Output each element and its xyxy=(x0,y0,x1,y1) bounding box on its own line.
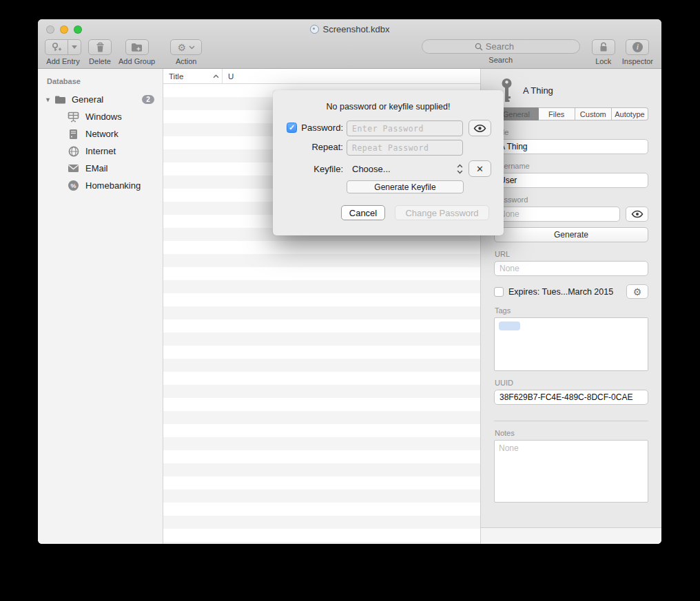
folder-icon xyxy=(54,94,66,105)
entry-header: A Thing xyxy=(500,76,648,105)
stepper-arrows-icon xyxy=(457,164,463,174)
tags-field[interactable] xyxy=(494,317,648,371)
inspector-label: Inspector xyxy=(622,57,653,65)
disclosure-triangle-icon[interactable]: ▼ xyxy=(45,96,54,103)
title-field[interactable] xyxy=(494,139,648,154)
cancel-button[interactable]: Cancel xyxy=(341,205,385,220)
traffic-lights xyxy=(46,25,82,34)
keyfile-selected-value: Choose... xyxy=(352,164,457,174)
add-group-button[interactable] xyxy=(125,39,149,55)
expires-label: Expires: Tues...March 2015 xyxy=(508,287,621,297)
notes-field[interactable] xyxy=(494,440,648,503)
info-icon: i xyxy=(632,42,643,52)
clear-keyfile-button[interactable]: ✕ xyxy=(469,160,491,177)
windows-icon xyxy=(68,111,79,123)
inspector-panel: A Thing General Files Custom Autotype Ti… xyxy=(480,69,661,544)
expires-settings-button[interactable]: ⚙ xyxy=(626,284,648,299)
toolbar-add-group: Add Group xyxy=(119,39,155,65)
close-icon: ✕ xyxy=(476,164,484,174)
gear-icon: ⚙ xyxy=(633,287,642,297)
count-badge: 2 xyxy=(142,95,154,104)
delete-label: Delete xyxy=(89,57,111,65)
zoom-button[interactable] xyxy=(74,25,82,34)
toolbar-search: Search xyxy=(421,39,581,64)
lock-label: Lock xyxy=(595,57,611,65)
dialog-password-label: Password: xyxy=(287,120,343,136)
toolbar-delete: Delete xyxy=(88,39,112,65)
tab-autotype[interactable]: Autotype xyxy=(612,107,648,120)
username-field[interactable] xyxy=(494,173,648,188)
inspector-tabs: General Files Custom Autotype xyxy=(494,107,648,120)
sidebar-item-email[interactable]: EMail xyxy=(38,160,163,177)
tab-custom[interactable]: Custom xyxy=(575,107,612,120)
expires-checkbox[interactable] xyxy=(494,287,504,297)
server-icon xyxy=(68,128,79,140)
expires-row: Expires: Tues...March 2015 ⚙ xyxy=(494,284,648,299)
entry-title: A Thing xyxy=(523,85,553,96)
toolbar-inspector: i Inspector xyxy=(622,39,653,65)
sidebar-item-windows[interactable]: Windows xyxy=(38,108,163,125)
url-field[interactable] xyxy=(494,261,648,276)
sidebar-item-network[interactable]: Network xyxy=(38,125,163,143)
sidebar-item-label: Internet xyxy=(85,146,116,156)
tags-label: Tags xyxy=(495,306,648,315)
generate-password-button[interactable]: Generate xyxy=(494,227,648,242)
section-divider xyxy=(494,421,648,421)
password-label: Password xyxy=(495,196,648,204)
action-button[interactable]: ⚙ xyxy=(170,39,202,55)
close-button[interactable] xyxy=(46,25,54,34)
sidebar-item-homebanking[interactable]: % Homebanking xyxy=(38,177,163,194)
app-window: Screenshot.kdbx Add Entry xyxy=(38,19,661,544)
trash-icon xyxy=(95,42,105,53)
percent-icon: % xyxy=(68,180,79,191)
sidebar-item-general[interactable]: ▼ General 2 xyxy=(38,91,163,108)
lock-open-icon xyxy=(599,42,608,52)
window-title: Screenshot.kdbx xyxy=(323,24,390,34)
folder-plus-icon xyxy=(131,42,143,52)
tag-token[interactable] xyxy=(499,321,520,330)
dialog-message: No password or keyfile supplied! xyxy=(273,102,504,112)
sidebar-header: Database xyxy=(47,77,163,85)
tab-files[interactable]: Files xyxy=(539,107,575,120)
chevron-down-icon xyxy=(72,45,77,49)
toolbar: Add Entry Delete Add Group xyxy=(38,39,661,69)
titlebar: Screenshot.kdbx xyxy=(38,19,661,39)
add-entry-button[interactable] xyxy=(45,39,68,55)
column-header-username[interactable]: U xyxy=(223,72,234,81)
add-entry-dropdown-button[interactable] xyxy=(68,39,81,55)
password-field[interactable] xyxy=(494,207,620,222)
minimize-button[interactable] xyxy=(60,25,68,34)
keyfile-popup-button[interactable]: Choose... xyxy=(347,160,463,177)
sidebar-item-label: Network xyxy=(85,129,119,139)
url-label: URL xyxy=(495,250,648,258)
change-password-button[interactable]: Change Password xyxy=(395,205,489,220)
change-password-dialog: No password or keyfile supplied! ✓ Passw… xyxy=(273,90,504,235)
envelope-icon xyxy=(68,162,79,174)
key-plus-icon xyxy=(51,42,62,53)
sidebar-item-label: EMail xyxy=(85,163,108,173)
title-label: Title xyxy=(495,128,648,136)
dialog-repeat-input[interactable] xyxy=(347,140,463,156)
generate-keyfile-button[interactable]: Generate Keyfile xyxy=(347,180,464,193)
uuid-label: UUID xyxy=(495,379,648,387)
search-icon xyxy=(475,43,483,51)
dialog-repeat-label: Repeat: xyxy=(287,139,343,155)
uuid-field[interactable] xyxy=(494,390,648,405)
dialog-reveal-password-button[interactable] xyxy=(469,120,491,136)
toolbar-add-entry: Add Entry xyxy=(45,39,81,65)
search-field[interactable] xyxy=(422,39,580,54)
inspector-footer xyxy=(481,527,661,544)
delete-button[interactable] xyxy=(88,39,112,55)
search-input[interactable] xyxy=(486,41,527,52)
search-label: Search xyxy=(488,56,513,64)
list-header: Title U xyxy=(163,69,480,84)
reveal-password-button[interactable] xyxy=(626,207,648,222)
inspector-button[interactable]: i xyxy=(626,39,649,55)
dialog-password-input[interactable] xyxy=(347,120,463,136)
globe-icon xyxy=(68,145,79,157)
eye-icon xyxy=(631,210,644,218)
eye-icon xyxy=(473,124,486,133)
column-header-title[interactable]: Title xyxy=(163,69,223,83)
sidebar-item-internet[interactable]: Internet xyxy=(38,143,163,160)
lock-button[interactable] xyxy=(592,39,615,55)
